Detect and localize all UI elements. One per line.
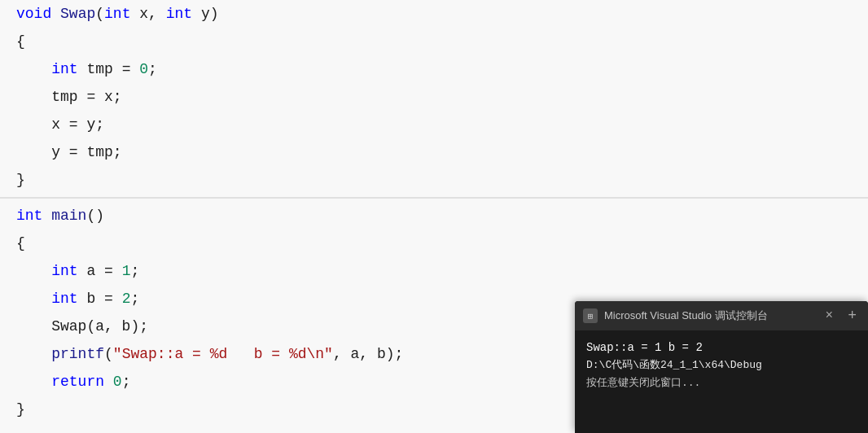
code-token	[16, 340, 51, 368]
code-token	[16, 55, 51, 83]
code-token: ;	[122, 368, 131, 396]
code-token: ()	[86, 202, 104, 230]
code-token: 0	[113, 368, 122, 396]
terminal-path-line: D:\C代码\函数24_1_1\x64\Debug	[586, 356, 857, 374]
code-token: ;	[130, 285, 139, 313]
code-token: 0	[139, 55, 148, 83]
code-token: Swap(a, b);	[16, 313, 148, 340]
code-token: "Swap::a = %d b = %d\n"	[113, 340, 333, 368]
code-line: void Swap(int x, int y)	[0, 0, 868, 28]
code-line: }	[0, 166, 868, 194]
code-token: x = y;	[16, 111, 104, 138]
code-divider	[0, 197, 868, 199]
code-token	[16, 368, 51, 396]
code-token: ;	[148, 55, 157, 83]
code-line: int tmp = 0;	[0, 55, 868, 83]
code-token: a =	[78, 257, 122, 285]
terminal-title: Microsoft Visual Studio 调试控制台	[604, 308, 814, 323]
code-token: tmp = x;	[16, 83, 122, 111]
terminal-titlebar: ⊞ Microsoft Visual Studio 调试控制台 × +	[575, 301, 868, 330]
code-token: int	[51, 257, 77, 285]
code-token: int	[51, 285, 77, 313]
code-token: {	[16, 230, 25, 257]
code-line: y = tmp;	[0, 138, 868, 166]
terminal-window: ⊞ Microsoft Visual Studio 调试控制台 × + Swap…	[575, 301, 868, 433]
code-token: b =	[78, 285, 122, 313]
code-token: ;	[130, 257, 139, 285]
code-token: y = tmp;	[16, 138, 122, 166]
code-line: {	[0, 28, 868, 55]
code-token	[104, 368, 113, 396]
code-token: , a, b);	[333, 340, 403, 368]
code-line: tmp = x;	[0, 83, 868, 111]
code-token: y)	[192, 0, 218, 28]
code-token: printf	[51, 340, 104, 368]
code-token	[42, 202, 51, 230]
code-token	[16, 257, 51, 285]
code-token: main	[51, 202, 86, 230]
code-token	[51, 0, 60, 28]
terminal-add-button[interactable]: +	[844, 306, 860, 326]
code-token: 2	[122, 285, 131, 313]
code-token: int	[166, 0, 192, 28]
code-token: int	[51, 55, 77, 83]
terminal-body: Swap::a = 1 b = 2 D:\C代码\函数24_1_1\x64\De…	[575, 330, 868, 400]
terminal-close-button[interactable]: ×	[821, 307, 839, 325]
code-line: {	[0, 230, 868, 257]
terminal-app-icon: ⊞	[583, 308, 598, 323]
code-token: {	[16, 28, 25, 55]
code-token: 1	[122, 257, 131, 285]
code-token: void	[16, 0, 51, 28]
code-line: x = y;	[0, 111, 868, 138]
code-token: return	[51, 368, 104, 396]
code-token: x,	[130, 0, 165, 28]
terminal-output-line: Swap::a = 1 b = 2	[586, 339, 857, 356]
code-token: tmp =	[78, 55, 140, 83]
code-token: int	[104, 0, 130, 28]
terminal-hint-line: 按任意键关闭此窗口...	[586, 374, 857, 392]
code-token: }	[16, 166, 25, 194]
code-line: int a = 1;	[0, 257, 868, 285]
code-token	[16, 285, 51, 313]
code-token: (	[104, 340, 113, 368]
code-token: (	[95, 0, 104, 28]
code-token: }	[16, 396, 25, 423]
code-token: Swap	[60, 0, 95, 28]
code-line: int main()	[0, 202, 868, 230]
code-token: int	[16, 202, 42, 230]
